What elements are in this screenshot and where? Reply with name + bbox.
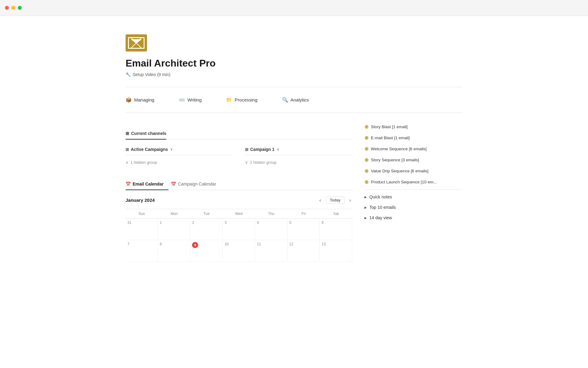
cal-cell-jan6[interactable]: 6: [320, 219, 352, 240]
maximize-button[interactable]: [18, 6, 22, 10]
processing-icon: 📁: [226, 97, 232, 103]
db-view-active-campaigns-header[interactable]: ⊞ Active Campaigns ∨: [126, 147, 233, 155]
grid-icon: ⊞: [126, 131, 129, 136]
cal-cell-jan4[interactable]: 4: [255, 219, 288, 240]
nav-item-analytics[interactable]: 🔍 Analytics: [282, 94, 309, 105]
add-icon-2: ⊕: [364, 135, 368, 141]
triangle-icon-2: ▶: [364, 206, 367, 209]
setup-video-link[interactable]: 🔧 Setup Video (9 min): [126, 72, 462, 77]
nav-divider: [126, 113, 462, 113]
calendar-month-label: January 2024: [126, 197, 155, 203]
day-tue: Tue: [190, 209, 223, 218]
cal-cell-jan2[interactable]: 2: [190, 219, 223, 240]
calendar-days-header: Sun Mon Tue Wed Thu Fri Sat: [126, 209, 352, 219]
calendar-today-button[interactable]: Today: [326, 196, 345, 204]
day-mon: Mon: [158, 209, 190, 218]
day-fri: Fri: [288, 209, 320, 218]
add-icon-5: ⊕: [364, 168, 368, 174]
sequence-story-blast[interactable]: ⊕ Story Blast [1 email]: [364, 121, 462, 132]
envelope-icon: [128, 37, 145, 49]
header-divider: [126, 87, 462, 87]
section-tabs: ⊞ Current channels: [126, 128, 352, 140]
cal-cell-dec31[interactable]: 31: [126, 219, 158, 240]
day-sat: Sat: [320, 209, 352, 218]
app-logo-icon: [126, 34, 147, 52]
cal-cell-jan10[interactable]: 10: [223, 240, 255, 262]
calendar-grid: Sun Mon Tue Wed Thu Fri Sat 31 1 2 3: [126, 209, 352, 262]
add-icon-3: ⊕: [364, 146, 368, 152]
chevron-small-icon: ∨: [126, 160, 129, 165]
calendar-header: January 2024 ‹ Today ›: [126, 196, 352, 204]
nav-item-processing[interactable]: 📁 Processing: [226, 94, 257, 105]
calendar-tabs: 📅 Email Calendar 📅 Campaign Calendar: [126, 178, 352, 190]
nav-row: 📦 Managing ⌨️ Writing 📁 Processing 🔍 Ana…: [126, 94, 462, 105]
cal-cell-jan9[interactable]: 9: [190, 240, 223, 262]
sequence-welcome[interactable]: ⊕ Welcome Sequence [6 emails]: [364, 144, 462, 155]
active-campaigns-hidden-group[interactable]: ∨ 1 hidden group: [126, 159, 233, 166]
writing-icon: ⌨️: [179, 97, 185, 103]
calendar-cells: 31 1 2 3 4 5 6 7 8 9 10 11: [126, 219, 352, 262]
tab-campaign-calendar[interactable]: 📅 Campaign Calendar: [171, 178, 221, 190]
cal-cell-jan1[interactable]: 1: [158, 219, 190, 240]
db-view-active-campaigns: ⊞ Active Campaigns ∨ ∨ 1 hidden group: [126, 147, 233, 166]
sequence-email-blast[interactable]: ⊕ E-mail Blast [1 email]: [364, 132, 462, 144]
tab-email-calendar[interactable]: 📅 Email Calendar: [126, 178, 168, 190]
right-panel-divider: [364, 190, 462, 190]
content-layout: ⊞ Current channels ⊞ Active Campaigns ∨ …: [126, 120, 462, 262]
sequence-value-drip[interactable]: ⊕ Value Drip Sequence [6 emails]: [364, 166, 462, 177]
main-panel: ⊞ Current channels ⊞ Active Campaigns ∨ …: [126, 120, 352, 262]
header-section: Email Architect Pro 🔧 Setup Video (9 min…: [126, 34, 462, 77]
calendar-section: 📅 Email Calendar 📅 Campaign Calendar Jan…: [126, 178, 352, 262]
wrench-icon: 🔧: [126, 72, 131, 77]
collapsible-top-emails[interactable]: ▶ Top 10 emails: [364, 202, 462, 213]
campaign-1-hidden-group[interactable]: ∨ 1 hidden group: [245, 159, 352, 166]
sequences-list: ⊕ Story Blast [1 email] ⊕ E-mail Blast […: [364, 121, 462, 188]
add-icon-4: ⊕: [364, 157, 368, 163]
day-thu: Thu: [255, 209, 288, 218]
calendar-prev-button[interactable]: ‹: [318, 197, 322, 204]
chevron-down-icon: ∨: [170, 148, 173, 151]
calendar-icon: 📅: [126, 182, 131, 186]
add-icon-6: ⊕: [364, 179, 368, 185]
cal-cell-jan11[interactable]: 11: [255, 240, 288, 262]
triangle-icon-3: ▶: [364, 216, 367, 220]
collapsible-quick-notes[interactable]: ▶ Quick notes: [364, 192, 462, 202]
titlebar: [0, 0, 588, 16]
triangle-icon-1: ▶: [364, 195, 367, 199]
sequence-story[interactable]: ⊕ Story Sequence [3 emails]: [364, 155, 462, 166]
cal-cell-jan13[interactable]: 13: [320, 240, 352, 262]
day-wed: Wed: [223, 209, 255, 218]
sequence-product-launch[interactable]: ⊕ Product Launch Sequence [10 em...: [364, 177, 462, 188]
calendar-next-button[interactable]: ›: [348, 197, 352, 204]
cal-cell-jan12[interactable]: 12: [288, 240, 320, 262]
grid-small-icon-2: ⊞: [245, 147, 248, 152]
analytics-icon: 🔍: [282, 97, 288, 103]
collapsibles-list: ▶ Quick notes ▶ Top 10 emails ▶ 14 day v…: [364, 192, 462, 223]
cal-cell-jan7[interactable]: 7: [126, 240, 158, 262]
close-button[interactable]: [5, 6, 9, 10]
chevron-small-icon-2: ∨: [245, 160, 248, 165]
minimize-button[interactable]: [11, 6, 15, 10]
calendar-nav: ‹ Today ›: [318, 196, 352, 204]
right-panel: ⊕ Story Blast [1 email] ⊕ E-mail Blast […: [364, 120, 462, 262]
day-sun: Sun: [126, 209, 158, 218]
today-badge: 9: [192, 242, 198, 248]
cal-cell-jan8[interactable]: 8: [158, 240, 190, 262]
collapsible-14-day-view[interactable]: ▶ 14 day view: [364, 213, 462, 223]
cal-cell-jan3[interactable]: 3: [223, 219, 255, 240]
chevron-down-icon-2: ∨: [277, 148, 279, 151]
nav-item-managing[interactable]: 📦 Managing: [126, 94, 154, 105]
add-icon-1: ⊕: [364, 124, 368, 130]
page-title: Email Architect Pro: [126, 58, 462, 69]
db-view-campaign-1: ⊞ Campaign 1 ∨ ∨ 1 hidden group: [245, 147, 352, 166]
grid-small-icon: ⊞: [126, 147, 129, 152]
cal-cell-jan5[interactable]: 5: [288, 219, 320, 240]
db-view-campaign-1-header[interactable]: ⊞ Campaign 1 ∨: [245, 147, 352, 155]
calendar-icon-2: 📅: [171, 182, 176, 186]
main-content: Email Architect Pro 🔧 Setup Video (9 min…: [95, 16, 493, 274]
tab-current-channels[interactable]: ⊞ Current channels: [126, 128, 166, 140]
db-views-row: ⊞ Active Campaigns ∨ ∨ 1 hidden group ⊞ …: [126, 147, 352, 166]
nav-item-writing[interactable]: ⌨️ Writing: [179, 94, 202, 105]
managing-icon: 📦: [126, 97, 132, 103]
